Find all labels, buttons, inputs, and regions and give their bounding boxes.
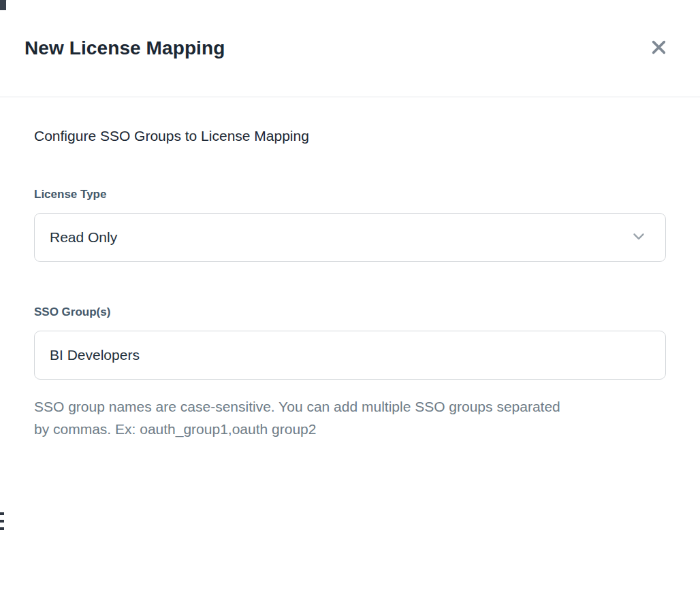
dialog-subtitle: Configure SSO Groups to License Mapping xyxy=(34,128,666,144)
sso-groups-label: SSO Group(s) xyxy=(34,305,666,319)
dialog-header: New License Mapping xyxy=(0,0,700,97)
list-icon-dash xyxy=(0,520,4,523)
sso-groups-help-text: SSO group names are case-sensitive. You … xyxy=(34,396,579,440)
sso-groups-input[interactable] xyxy=(50,347,648,363)
dialog-body: Configure SSO Groups to License Mapping … xyxy=(0,128,700,440)
chevron-down-icon xyxy=(630,227,648,248)
license-type-selected-value: Read Only xyxy=(50,229,117,246)
sso-groups-field-wrapper xyxy=(34,331,666,380)
close-button[interactable] xyxy=(647,37,670,60)
close-icon xyxy=(650,38,668,59)
background-page-corner xyxy=(0,0,6,10)
background-list-icon-fragment xyxy=(0,512,4,535)
list-icon-dash xyxy=(0,512,4,515)
license-type-select[interactable]: Read Only xyxy=(34,213,666,262)
dialog-title: New License Mapping xyxy=(25,37,225,59)
license-type-label: License Type xyxy=(34,188,666,201)
new-license-mapping-dialog: New License Mapping Configure SSO Groups… xyxy=(0,0,700,596)
list-icon-dash xyxy=(0,527,4,530)
